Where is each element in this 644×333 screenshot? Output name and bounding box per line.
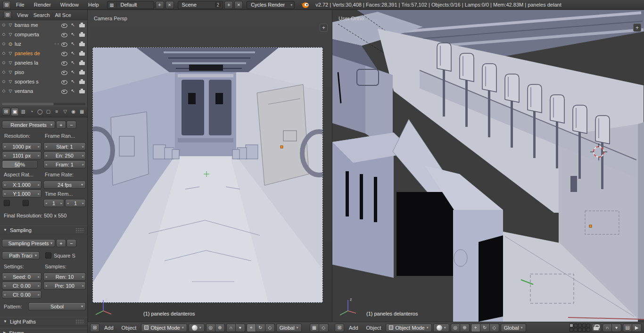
integrator-select[interactable]: Path Traci [2, 251, 40, 259]
viewport-shading-select[interactable]: ▾ [189, 324, 205, 332]
selectability-cursor-icon[interactable]: ↖ [69, 68, 77, 76]
renderability-camera-icon[interactable] [78, 78, 86, 85]
border-checkbox[interactable] [4, 200, 10, 206]
lock-to-scene-icon[interactable] [592, 324, 601, 332]
tab-modifiers[interactable]: ≡ [53, 108, 61, 116]
resolution-x-field[interactable]: 1000 px [2, 142, 41, 150]
panel-grip-icon[interactable] [75, 319, 84, 324]
expand-dot-icon[interactable] [2, 61, 5, 64]
tab-texture[interactable]: ▦ [78, 108, 86, 116]
sampling-presets-select[interactable]: Sampling Presets [2, 239, 55, 247]
viewport-user-ortho[interactable]: User Ortho + [332, 10, 644, 322]
camera-view-scene[interactable] [93, 48, 322, 302]
tab-scene[interactable]: ◔ [28, 108, 36, 116]
pivot-point-icon[interactable]: ◎ [206, 324, 215, 332]
menu-render[interactable]: Render [30, 1, 55, 8]
seed-field[interactable]: Seed: 0 [2, 273, 41, 281]
object-menu[interactable]: Object [118, 325, 140, 331]
scrollbar-thumb[interactable] [2, 103, 54, 105]
visibility-eye-icon[interactable] [60, 68, 68, 76]
render-presets-select[interactable]: Render Presets [2, 121, 55, 129]
renderability-camera-icon[interactable] [78, 68, 86, 76]
renderability-camera-icon[interactable] [78, 87, 86, 95]
viewport-shading-select[interactable]: ▾ [433, 324, 449, 332]
renderability-camera-icon[interactable] [78, 50, 86, 57]
opengl-render-still-icon[interactable]: ▤ [623, 324, 632, 332]
outliner-item[interactable]: ▽ piso ↖ [0, 67, 87, 77]
renderability-camera-icon[interactable] [78, 40, 86, 48]
ortho-view-scene[interactable] [332, 10, 644, 322]
outliner-item[interactable]: ⊙ luz ◦ ◦ ↖ [0, 39, 87, 49]
panel-expand-icon[interactable]: ▶ [3, 331, 6, 333]
crop-checkbox[interactable] [23, 200, 29, 206]
square-samples-checkbox[interactable] [45, 252, 51, 258]
renderability-camera-icon[interactable] [78, 21, 86, 29]
manipulator-translate-icon[interactable]: + [247, 324, 256, 332]
delete-scene-button[interactable]: × [234, 1, 243, 9]
add-layout-button[interactable]: + [156, 1, 164, 9]
visibility-eye-icon[interactable] [60, 50, 68, 57]
pivot-align-icon[interactable]: ⊕ [460, 324, 470, 332]
frame-start-field[interactable]: Start: 1 [43, 142, 86, 150]
add-menu[interactable]: Add [346, 325, 362, 331]
menu-file[interactable]: File [12, 1, 29, 8]
layer-toggle[interactable] [578, 328, 582, 332]
editor-type-3dview-icon[interactable]: ⊞ [335, 324, 344, 332]
outliner-item[interactable]: ▽ compuerta ↖ [0, 30, 87, 39]
outliner-item-active[interactable]: ▽ paneles de ↖ [0, 49, 87, 58]
time-remap-old-field[interactable]: 1 [43, 199, 64, 207]
pattern-select[interactable]: Sobol [28, 302, 86, 310]
selectability-cursor-icon[interactable]: ↖ [69, 87, 77, 95]
light-paths-panel-header[interactable]: ▼ Light Paths [0, 317, 87, 326]
tab-object[interactable]: ▢ [44, 108, 52, 116]
expand-dot-icon[interactable] [2, 24, 5, 26]
scene-select[interactable]: Scene 2 [178, 1, 223, 9]
tab-material[interactable]: ◉ [70, 108, 78, 116]
layers-widget[interactable] [570, 324, 590, 332]
manipulator-rotate-icon[interactable]: ↻ [480, 324, 490, 332]
outliner-item[interactable]: ▽ ventana ↖ [0, 86, 87, 96]
tab-object-data[interactable]: ▽ [61, 108, 69, 116]
selectability-cursor-icon[interactable]: ↖ [69, 59, 77, 67]
add-preset-button[interactable]: + [56, 121, 66, 129]
pivot-point-icon[interactable]: ◎ [451, 324, 460, 332]
remove-preset-button[interactable]: − [66, 121, 76, 129]
menu-help[interactable]: Help [84, 1, 103, 8]
viewport-camera[interactable]: Camera Persp + [88, 10, 332, 322]
clamp-indirect-field[interactable]: Cl: 0.00 [2, 291, 41, 299]
outliner-scrollbar[interactable] [2, 103, 85, 105]
renderability-camera-icon[interactable] [78, 59, 86, 67]
layer-toggle[interactable] [582, 324, 586, 327]
delete-layout-button[interactable]: × [165, 1, 174, 9]
selectability-cursor-icon[interactable]: ↖ [69, 78, 77, 85]
add-sampling-preset-button[interactable]: + [56, 239, 66, 247]
layer-toggle[interactable] [570, 328, 573, 332]
expand-dot-icon[interactable] [2, 33, 5, 36]
render-samples-field[interactable]: Ren: 10 [43, 273, 86, 281]
expand-dot-icon[interactable] [2, 90, 5, 92]
outliner-view-menu[interactable]: View [17, 12, 28, 18]
remove-sampling-preset-button[interactable]: − [66, 239, 76, 247]
expand-dot-icon[interactable] [2, 80, 5, 83]
tab-render-layers[interactable]: ▥ [19, 108, 27, 116]
tab-render[interactable]: ▣ [11, 108, 19, 116]
selectability-cursor-icon[interactable]: ↖ [69, 50, 77, 57]
editor-type-properties-icon[interactable]: ⊞ [2, 108, 10, 116]
selectability-cursor-icon[interactable]: ↖ [69, 31, 77, 38]
region-expand-button[interactable]: + [320, 24, 328, 32]
snap-element-icon[interactable]: ▾ [612, 324, 621, 332]
visibility-eye-icon[interactable] [60, 40, 68, 48]
render-border-icon[interactable]: ▦ [310, 324, 319, 332]
layer-toggle[interactable] [578, 324, 582, 327]
preview-samples-field[interactable]: Pre: 100 [43, 282, 86, 290]
mode-select[interactable]: Object Mode ▾ [386, 324, 431, 332]
camera-lock-icon[interactable]: ◇ [319, 324, 329, 332]
tab-world[interactable]: ◯ [36, 108, 44, 116]
resolution-percentage-slider[interactable]: 50% [2, 160, 38, 168]
manipulator-translate-icon[interactable]: + [471, 324, 480, 332]
selectability-cursor-icon[interactable]: ↖ [69, 40, 77, 48]
renderability-camera-icon[interactable] [78, 31, 86, 38]
object-menu[interactable]: Object [363, 325, 385, 331]
visibility-eye-icon[interactable] [60, 87, 68, 95]
opengl-render-anim-icon[interactable]: ▶ [632, 324, 642, 332]
